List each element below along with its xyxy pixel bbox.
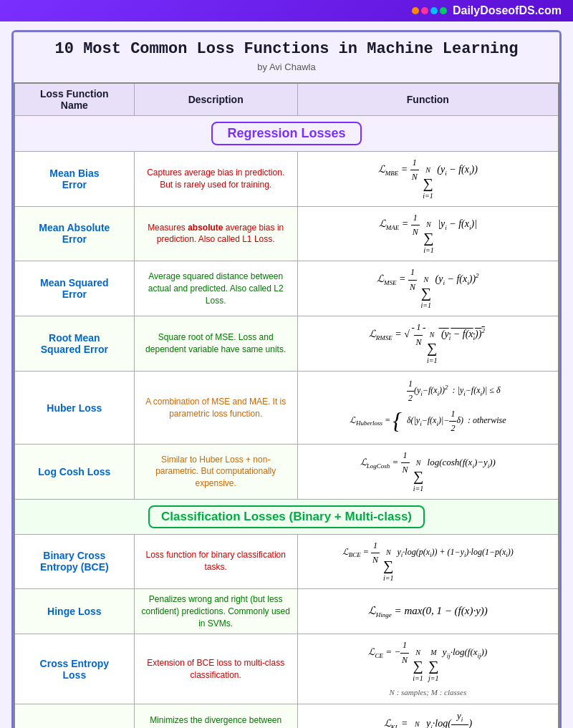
- loss-name-mbe: Mean BiasError: [14, 151, 134, 206]
- formula-mbe: ℒMBE = 1N N ∑ i=1 (yi − f(xi)): [297, 151, 559, 206]
- regression-header-cell: Regression Losses: [14, 115, 559, 151]
- top-bar: DailyDoseofDS.com: [0, 0, 573, 21]
- main-content: 10 Most Common Loss Functions in Machine…: [0, 21, 573, 728]
- desc-rmse: Square root of MSE. Loss and dependent v…: [134, 316, 297, 372]
- desc-ce: Extension of BCE loss to multi-class cla…: [134, 634, 297, 704]
- logo-dots: [412, 7, 447, 14]
- loss-name-kl: KL Divergence: [14, 704, 134, 728]
- dot-green: [440, 7, 447, 14]
- desc-mse: Average squared distance between actual …: [134, 261, 297, 316]
- loss-name-rmse: Root MeanSquared Error: [14, 316, 134, 372]
- dot-blue: [430, 7, 438, 14]
- desc-logcosh: Similar to Huber Loss + non-parametric. …: [134, 444, 297, 499]
- header-func: Function: [297, 83, 559, 116]
- formula-kl: ℒKL = N ∑ i=1 yi·log(yif(xi)): [297, 704, 559, 728]
- table-row: Cross EntropyLoss Extension of BCE loss …: [14, 634, 559, 704]
- formula-huber: ℒHuberloss = { 12(yi−f(xi))2 : |yi−f(xi)…: [297, 372, 559, 445]
- classification-label: Classification Losses (Binary + Multi-cl…: [148, 505, 425, 528]
- table-row: Log Cosh Loss Similar to Huber Loss + no…: [14, 444, 559, 499]
- dot-pink: [421, 7, 428, 14]
- loss-name-mse: Mean SquaredError: [14, 261, 134, 316]
- loss-name-mae: Mean AbsoluteError: [14, 206, 134, 261]
- desc-kl: Minimizes the divergence between predict…: [134, 704, 297, 728]
- regression-label: Regression Losses: [211, 122, 361, 145]
- regression-header-row: Regression Losses: [14, 115, 559, 151]
- table-header-row: Loss FunctionName Description Function: [14, 83, 559, 116]
- formula-bce: ℒBCE = 1N N ∑ i=1 yi·log(p(xi)) + (1−yi)…: [297, 534, 559, 588]
- formula-mse: ℒMSE = 1N N ∑ i=1 (yi − f(xi))2: [297, 261, 559, 316]
- table-row: Binary CrossEntropy (BCE) Loss function …: [14, 534, 559, 588]
- table-row: Mean AbsoluteError Measures absolute ave…: [14, 206, 559, 261]
- table-row: KL Divergence Minimizes the divergence b…: [14, 704, 559, 728]
- formula-mae: ℒMAE = 1N N ∑ i=1 |yi − f(xi)|: [297, 206, 559, 261]
- desc-bce: Loss function for binary classification …: [134, 534, 297, 588]
- desc-mbe: Captures average bias in prediction. But…: [134, 151, 297, 206]
- site-name: DailyDoseofDS.com: [453, 4, 562, 17]
- loss-name-logcosh: Log Cosh Loss: [14, 444, 134, 499]
- page-title: 10 Most Common Loss Functions in Machine…: [21, 39, 552, 60]
- table-row: Mean BiasError Captures average bias in …: [14, 151, 559, 206]
- formula-rmse: ℒRMSE = √ 1N N ∑ i=1 (yi − f(xi))2: [297, 316, 559, 372]
- loss-name-huber: Huber Loss: [14, 372, 134, 445]
- table-row: Hinge Loss Penalizes wrong and right (bu…: [14, 588, 559, 634]
- loss-name-ce: Cross EntropyLoss: [14, 634, 134, 704]
- table-row: Mean SquaredError Average squared distan…: [14, 261, 559, 316]
- loss-name-hinge: Hinge Loss: [14, 588, 134, 634]
- header-name: Loss FunctionName: [14, 83, 134, 116]
- loss-name-bce: Binary CrossEntropy (BCE): [14, 534, 134, 588]
- desc-mae: Measures absolute average bias in predic…: [134, 206, 297, 261]
- author: by Avi Chawla: [21, 62, 552, 72]
- table-row: Root MeanSquared Error Square root of MS…: [14, 316, 559, 372]
- table-row: Huber Loss A combination of MSE and MAE.…: [14, 372, 559, 445]
- formula-ce: ℒCE = −1N N ∑ i=1 M ∑ j=1 yij·: [297, 634, 559, 704]
- header-desc: Description: [134, 83, 297, 116]
- dot-orange: [412, 7, 419, 14]
- classification-header-row: Classification Losses (Binary + Multi-cl…: [14, 499, 559, 534]
- formula-logcosh: ℒLogCosh = 1N N ∑ i=1 log(cosh(f(xi)−yi)…: [297, 444, 559, 499]
- desc-hinge: Penalizes wrong and right (but less conf…: [134, 588, 297, 634]
- classification-header-cell: Classification Losses (Binary + Multi-cl…: [14, 499, 559, 534]
- desc-huber: A combination of MSE and MAE. It is para…: [134, 372, 297, 445]
- formula-hinge: ℒHinge = max(0, 1 − (f(x)·y)): [297, 588, 559, 634]
- outer-border: 10 Most Common Loss Functions in Machine…: [11, 30, 562, 728]
- loss-functions-table: Loss FunctionName Description Function R…: [14, 82, 559, 728]
